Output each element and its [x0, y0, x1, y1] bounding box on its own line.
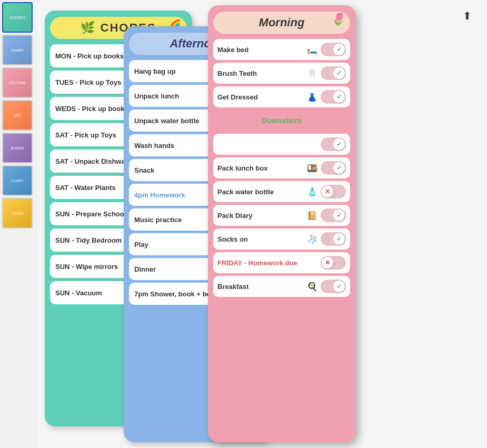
morning-item-text: Breakfast — [217, 283, 305, 291]
morning-board: Morning 🌷 Make bed 🛏️ ✓ Brush Teeth 🦷 ✓ — [208, 5, 355, 442]
toggle-pack-lunch[interactable]: ✓ — [321, 161, 346, 175]
toggle-knob-check: ✓ — [333, 162, 345, 174]
morning-item-text: Socks on — [217, 235, 305, 243]
toggle-knob-check: ✓ — [333, 138, 345, 150]
toggle-get-dressed[interactable]: ✓ — [321, 90, 346, 104]
thumbnail-2[interactable]: CHART — [2, 35, 33, 65]
morning-item-icon: 📔 — [307, 211, 317, 221]
toggle-friday[interactable]: ✕ — [321, 256, 346, 270]
morning-header: Morning 🌷 — [213, 12, 350, 34]
toggle-knob-check: ✓ — [333, 210, 345, 221]
toggle-pack-water[interactable]: ✕ — [321, 185, 346, 198]
morning-item-text: Pack Diary — [217, 212, 305, 220]
chores-plant-icon: 🌿 — [81, 21, 96, 34]
toggle-pill[interactable]: ✓ — [321, 208, 346, 222]
toggle-pill[interactable]: ✓ — [321, 280, 346, 293]
morning-item: Get Dressed 👗 ✓ — [213, 86, 350, 107]
toggle-knob-cross: ✕ — [322, 257, 333, 268]
morning-item-text: Get Dressed — [217, 93, 305, 101]
morning-item: Make bed 🛏️ ✓ — [213, 39, 350, 60]
morning-item-text: Pack water bottle — [217, 188, 305, 196]
toggle-empty[interactable]: ✓ — [321, 137, 346, 151]
morning-section-label: Downstairs — [213, 110, 350, 131]
morning-item-highlight: FRIDAY - Homework due ✕ — [213, 252, 350, 273]
morning-item-icon: 🍳 — [307, 282, 317, 292]
thumbnail-6[interactable]: CHART — [2, 165, 33, 196]
morning-item-icon: 🍱 — [307, 163, 317, 173]
toggle-pill[interactable]: ✓ — [321, 232, 346, 246]
thumbnail-1[interactable]: CHORES — [2, 2, 33, 33]
sidebar: CHORES CHART ROUTINE LIST BOARD CHART TA… — [0, 0, 37, 448]
toggle-knob-check: ✓ — [333, 281, 345, 292]
morning-title: Morning — [259, 16, 305, 29]
toggle-pill[interactable]: ✓ — [321, 161, 346, 175]
section-label-text: Downstairs — [262, 116, 301, 125]
toggle-knob-check: ✓ — [333, 44, 345, 55]
toggle-knob-check: ✓ — [333, 67, 345, 79]
toggle-pill[interactable]: ✓ — [321, 137, 346, 151]
morning-item: Pack lunch box 🍱 ✓ — [213, 157, 350, 178]
morning-item: ✓ — [213, 134, 350, 155]
toggle-pack-diary[interactable]: ✓ — [321, 208, 346, 222]
morning-item: Breakfast 🍳 ✓ — [213, 276, 350, 297]
toggle-knob-check: ✓ — [333, 91, 345, 103]
thumbnail-7[interactable]: TASKS — [2, 198, 33, 228]
morning-item-text: FRIDAY - Homework due — [217, 259, 321, 267]
toggle-pill[interactable]: ✓ — [321, 43, 346, 56]
thumbnail-4[interactable]: LIST — [2, 100, 33, 131]
toggle-pill[interactable]: ✓ — [321, 90, 346, 104]
morning-flower-icon: 🌷 — [331, 13, 345, 26]
morning-item: Brush Teeth 🦷 ✓ — [213, 63, 350, 84]
toggle-make-bed[interactable]: ✓ — [321, 43, 346, 56]
toggle-knob-check: ✓ — [333, 233, 345, 245]
morning-item-text: Brush Teeth — [217, 69, 305, 77]
morning-item: Socks on 🧦 ✓ — [213, 228, 350, 250]
thumbnail-5[interactable]: BOARD — [2, 133, 33, 163]
thumbnail-3[interactable]: ROUTINE — [2, 67, 33, 98]
morning-item: Pack water bottle 🧴 ✕ — [213, 181, 350, 202]
morning-item: Pack Diary 📔 ✓ — [213, 205, 350, 226]
toggle-socks[interactable]: ✓ — [321, 232, 346, 246]
morning-item-icon: 👗 — [307, 92, 317, 102]
morning-item-icon: 🛏️ — [307, 45, 317, 55]
morning-item-icon: 🧴 — [307, 187, 317, 197]
main-content: 🌿 CHORES 🌈 MON - Pick up books 📚 TUES - … — [39, 5, 482, 443]
toggle-knob-cross: ✕ — [322, 186, 333, 197]
morning-item-icon: 🧦 — [307, 234, 317, 244]
toggle-pill[interactable]: ✕ — [321, 185, 346, 198]
toggle-breakfast[interactable]: ✓ — [321, 280, 346, 293]
morning-item-icon: 🦷 — [307, 68, 317, 78]
morning-item-text: Make bed — [217, 46, 305, 54]
morning-item-text: Pack lunch box — [217, 164, 305, 172]
toggle-brush-teeth[interactable]: ✓ — [321, 66, 346, 80]
toggle-pill[interactable]: ✕ — [321, 256, 346, 270]
toggle-pill[interactable]: ✓ — [321, 66, 346, 80]
